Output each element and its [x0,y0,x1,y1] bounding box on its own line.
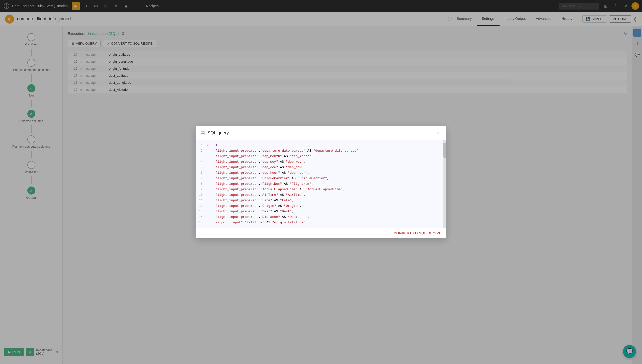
code-line-3: 3 "flight_input_prepared"."dep_month" AS… [196,154,443,159]
code-line-7: 7 "flight_input_prepared"."UniqueCarrier… [196,176,443,181]
scrollbar-thumb[interactable] [443,143,446,158]
sql-query-modal: ▤ SQL query − × 1 SELECT 2 "flight_input… [196,126,446,238]
code-line-13: 13 "flight_input_prepared"."Dest" AS "De… [196,209,443,214]
code-line-10: 10 "flight_input_prepared"."AirTime" AS … [196,192,443,198]
code-line-11: 11 "flight_input_prepared"."Late" AS "La… [196,198,443,203]
modal-footer: CONVERT TO SQL RECIPE [196,228,446,238]
code-line-15: 15 "airport_input"."Latitude" AS "origin… [196,220,443,225]
code-editor[interactable]: 1 SELECT 2 "flight_input_prepared"."depa… [196,140,443,228]
code-line-14: 14 "flight_input_prepared"."Distance" AS… [196,214,443,220]
modal-minimize-button[interactable]: − [427,130,433,136]
modal-overlay[interactable]: ▤ SQL query − × 1 SELECT 2 "flight_input… [0,0,642,364]
modal-title: SQL query [207,130,425,136]
code-line-8: 8 "flight_input_prepared"."FlightNum" AS… [196,181,443,187]
modal-close-button[interactable]: × [435,130,441,136]
code-line-9: 9 "flight_input_prepared"."ActualElapsed… [196,187,443,192]
convert-to-sql-recipe-button[interactable]: CONVERT TO SQL RECIPE [394,231,441,235]
modal-db-icon: ▤ [201,130,205,136]
modal-scrollbar[interactable] [443,140,446,228]
modal-body: 1 SELECT 2 "flight_input_prepared"."depa… [196,140,446,228]
code-line-4: 4 "flight_input_prepared"."dep_woy" AS "… [196,159,443,165]
code-line-6: 6 "flight_input_prepared"."dep_hour" AS … [196,170,443,176]
code-line-1: 1 SELECT [196,143,443,148]
code-line-5: 5 "flight_input_prepared"."dep_dow" AS "… [196,165,443,170]
code-line-2: 2 "flight_input_prepared"."departure_dat… [196,148,443,154]
code-line-12: 12 "flight_input_prepared"."Origin" AS "… [196,203,443,209]
modal-header: ▤ SQL query − × [196,126,446,140]
